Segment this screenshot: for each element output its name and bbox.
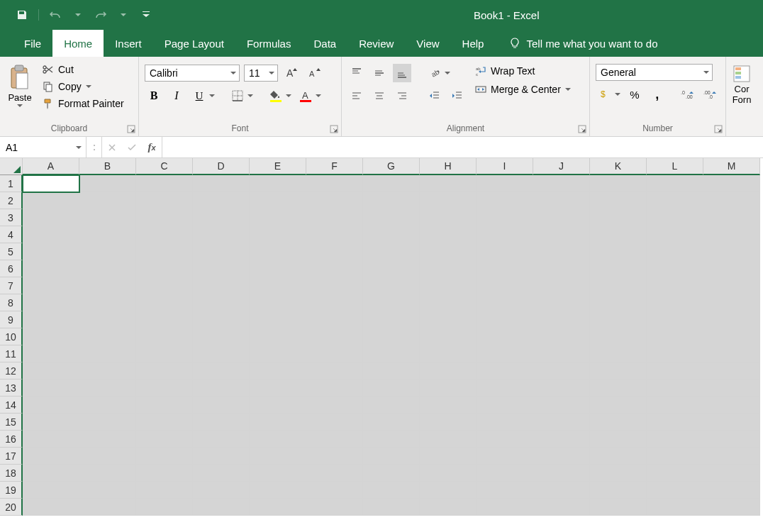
cell[interactable] — [250, 465, 306, 482]
column-header[interactable]: H — [420, 158, 477, 175]
paste-button[interactable]: Paste — [3, 60, 37, 109]
cell[interactable] — [363, 499, 420, 516]
cell[interactable] — [477, 226, 533, 243]
cell[interactable] — [193, 431, 250, 448]
cell[interactable] — [533, 448, 590, 465]
row-header[interactable]: 9 — [0, 311, 23, 328]
cell[interactable] — [590, 431, 647, 448]
cell[interactable] — [79, 465, 136, 482]
row-header[interactable]: 15 — [0, 414, 23, 431]
cell[interactable] — [136, 226, 193, 243]
cell[interactable] — [420, 448, 477, 465]
cell[interactable] — [477, 260, 533, 277]
cell[interactable] — [703, 465, 760, 482]
cell[interactable] — [23, 192, 79, 209]
cell[interactable] — [590, 209, 647, 226]
cell[interactable] — [590, 482, 647, 499]
cell[interactable] — [23, 465, 79, 482]
cell[interactable] — [703, 345, 760, 362]
cell[interactable] — [477, 448, 533, 465]
cell[interactable] — [250, 277, 306, 294]
cell[interactable] — [79, 397, 136, 414]
cell[interactable] — [23, 345, 79, 362]
cancel-formula-button[interactable] — [102, 137, 122, 157]
cell[interactable] — [533, 175, 590, 192]
cell[interactable] — [533, 482, 590, 499]
row-header[interactable]: 19 — [0, 482, 23, 499]
cell[interactable] — [477, 379, 533, 397]
cell[interactable] — [533, 379, 590, 397]
cell[interactable] — [647, 465, 703, 482]
cell[interactable] — [420, 192, 477, 209]
row-header[interactable]: 6 — [0, 260, 23, 277]
cell[interactable] — [79, 328, 136, 345]
cell[interactable] — [23, 431, 79, 448]
cell[interactable] — [363, 431, 420, 448]
cell[interactable] — [250, 448, 306, 465]
cell[interactable] — [363, 448, 420, 465]
cell[interactable] — [23, 175, 79, 192]
cell[interactable] — [79, 294, 136, 311]
cell[interactable] — [306, 192, 363, 209]
cell[interactable] — [363, 226, 420, 243]
fill-color-button[interactable] — [267, 87, 285, 105]
cell[interactable] — [193, 260, 250, 277]
cell[interactable] — [533, 362, 590, 379]
cell[interactable] — [420, 328, 477, 345]
increase-indent-button[interactable] — [448, 87, 467, 105]
column-header[interactable]: K — [590, 158, 647, 175]
name-box[interactable]: A1 — [0, 137, 87, 157]
column-header[interactable]: F — [306, 158, 363, 175]
cell[interactable] — [23, 260, 79, 277]
bold-button[interactable]: B — [145, 87, 163, 105]
cell[interactable] — [363, 465, 420, 482]
cell[interactable] — [590, 226, 647, 243]
cell[interactable] — [703, 328, 760, 345]
cell[interactable] — [250, 345, 306, 362]
cell[interactable] — [420, 465, 477, 482]
row-header[interactable]: 1 — [0, 175, 23, 192]
cell[interactable] — [533, 465, 590, 482]
cell[interactable] — [477, 414, 533, 431]
cell[interactable] — [647, 260, 703, 277]
cell[interactable] — [477, 328, 533, 345]
font-size-combo[interactable]: 11 — [244, 65, 278, 82]
cell[interactable] — [193, 328, 250, 345]
cell[interactable] — [306, 311, 363, 328]
cell[interactable] — [306, 448, 363, 465]
cell[interactable] — [23, 448, 79, 465]
row-header[interactable]: 2 — [0, 192, 23, 209]
cell[interactable] — [363, 311, 420, 328]
cell[interactable] — [703, 499, 760, 516]
cell[interactable] — [533, 328, 590, 345]
tab-review[interactable]: Review — [347, 30, 405, 57]
cell[interactable] — [363, 294, 420, 311]
cell[interactable] — [136, 499, 193, 516]
cell[interactable] — [647, 345, 703, 362]
cell[interactable] — [136, 482, 193, 499]
cell[interactable] — [590, 345, 647, 362]
row-header[interactable]: 18 — [0, 465, 23, 482]
cell[interactable] — [23, 482, 79, 499]
cell[interactable] — [193, 362, 250, 379]
cell[interactable] — [533, 294, 590, 311]
copy-button[interactable]: Copy — [40, 79, 127, 94]
cell[interactable] — [703, 226, 760, 243]
cell[interactable] — [420, 294, 477, 311]
cell[interactable] — [306, 260, 363, 277]
row-header[interactable]: 5 — [0, 243, 23, 260]
column-header[interactable]: B — [79, 158, 136, 175]
cell[interactable] — [306, 243, 363, 260]
font-dialog-launcher[interactable] — [330, 125, 338, 133]
cell[interactable] — [647, 499, 703, 516]
decrease-decimal-button[interactable]: .00.0 — [701, 85, 720, 104]
cell[interactable] — [250, 397, 306, 414]
cell[interactable] — [420, 499, 477, 516]
save-button[interactable] — [14, 7, 30, 23]
cell[interactable] — [647, 362, 703, 379]
cell[interactable] — [306, 175, 363, 192]
cell[interactable] — [703, 209, 760, 226]
cell[interactable] — [590, 243, 647, 260]
cell[interactable] — [703, 294, 760, 311]
cell[interactable] — [420, 414, 477, 431]
